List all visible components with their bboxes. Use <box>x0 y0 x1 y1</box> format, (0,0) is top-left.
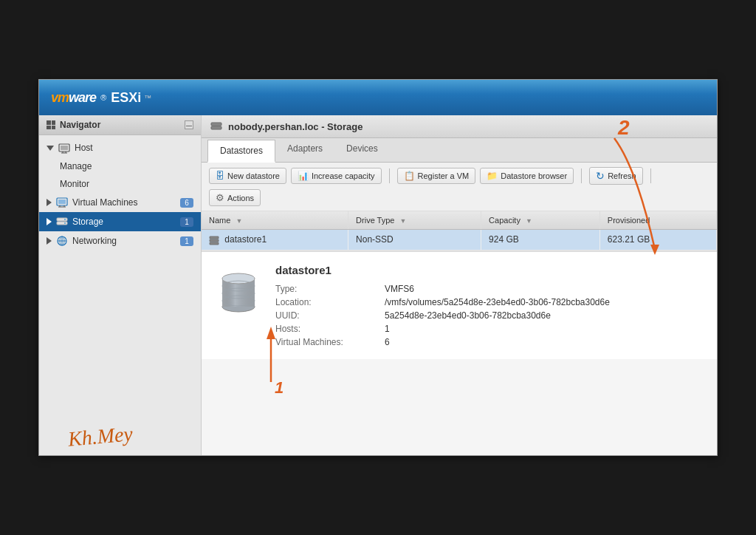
location-value: /vmfs/volumes/5a254d8e-23eb4ed0-3b06-782… <box>385 297 702 307</box>
navigator-title: Navigator <box>47 120 100 130</box>
detail-datastore-name: datastore1 <box>275 264 702 276</box>
navigator-header: Navigator — <box>39 115 201 135</box>
tab-devices[interactable]: Devices <box>334 138 390 163</box>
tm-symbol: ™ <box>144 94 151 102</box>
actions-gear-icon: ⚙ <box>216 192 224 203</box>
collapse-icon <box>47 199 52 206</box>
svg-rect-22 <box>210 242 219 245</box>
hosts-label: Hosts: <box>275 324 379 334</box>
sidebar-item-monitor[interactable]: Monitor <box>39 175 201 193</box>
host-icon <box>58 142 70 154</box>
svg-point-13 <box>64 222 66 224</box>
sidebar-item-host[interactable]: Host <box>39 138 201 157</box>
vm-label: Virtual Machines <box>72 197 138 208</box>
datastore-table: Name ▼ Drive Type ▼ Capacity ▼ <box>202 211 717 251</box>
content-title-bar: nobody.pershan.loc - Storage <box>202 115 717 138</box>
uuid-label: UUID: <box>275 310 379 321</box>
cell-provisioned: 623.21 GB <box>599 230 716 251</box>
svg-rect-18 <box>211 123 221 126</box>
expand-icon <box>47 146 54 151</box>
location-label: Location: <box>275 297 379 307</box>
content-storage-icon <box>210 120 222 132</box>
brand-text: vmware <box>51 90 96 106</box>
vms-label: Virtual Machines: <box>275 337 379 347</box>
cell-drive-type: Non-SSD <box>348 230 481 251</box>
new-datastore-icon: 🗄 <box>216 171 224 181</box>
storage-collapse-icon <box>47 218 52 225</box>
svg-rect-21 <box>210 239 219 242</box>
toolbar-sep-2 <box>581 168 582 183</box>
refresh-icon: ↻ <box>596 170 605 182</box>
col-header-provisioned[interactable]: Provisioned <box>599 211 716 230</box>
datastore-browser-button[interactable]: 📁 Datastore browser <box>480 168 574 184</box>
content-area: nobody.pershan.loc - Storage Datastores … <box>202 115 717 455</box>
tab-adapters[interactable]: Adapters <box>275 138 334 163</box>
refresh-button[interactable]: ↻ Refresh <box>589 167 643 185</box>
networking-badge: 1 <box>180 236 193 246</box>
toolbar-sep-3 <box>650 168 651 183</box>
toolbar-sep-1 <box>389 168 390 183</box>
col-header-drive-type[interactable]: Drive Type ▼ <box>348 211 481 230</box>
vm-icon <box>56 197 68 208</box>
datastore-browser-icon: 📁 <box>487 171 498 181</box>
detail-info: datastore1 Type: VMFS6 Location: /vmfs/v… <box>275 264 702 347</box>
esxi-label: ESXi <box>111 90 141 106</box>
navigator-grid-icon <box>47 120 55 129</box>
uuid-value: 5a254d8e-23eb4ed0-3b06-782bcba30d6e <box>385 310 702 321</box>
svg-point-12 <box>64 219 66 220</box>
svg-rect-20 <box>210 236 219 239</box>
svg-rect-1 <box>61 146 68 150</box>
datastore-cylinder-icon <box>216 264 261 316</box>
svg-rect-19 <box>211 126 221 129</box>
sidebar-item-storage[interactable]: Storage 1 <box>39 212 201 231</box>
register-vm-button[interactable]: 📋 Register a VM <box>397 168 476 184</box>
table-row[interactable]: datastore1 Non-SSD 924 GB 623.21 GB <box>202 230 717 251</box>
host-label: Host <box>75 143 93 153</box>
sidebar-item-manage[interactable]: Manage <box>39 157 201 175</box>
storage-badge: 1 <box>180 217 193 227</box>
app-header: vmware ® ESXi ™ <box>39 80 717 115</box>
type-label: Type: <box>275 284 379 294</box>
svg-rect-6 <box>58 200 66 204</box>
tab-datastores[interactable]: Datastores <box>207 140 275 163</box>
register-vm-icon: 📋 <box>404 171 415 181</box>
storage-icon <box>56 216 68 228</box>
vms-value: 6 <box>385 337 702 347</box>
sort-arrow-capacity: ▼ <box>526 217 532 225</box>
sort-arrow-drive: ▼ <box>400 217 407 225</box>
new-datastore-button[interactable]: 🗄 New datastore <box>209 168 286 184</box>
col-header-capacity[interactable]: Capacity ▼ <box>481 211 600 230</box>
sidebar-item-networking[interactable]: Networking 1 <box>39 231 201 251</box>
toolbar: 🗄 New datastore 📊 Increase capacity 📋 Re… <box>202 163 717 211</box>
cell-name: datastore1 <box>202 230 348 251</box>
sidebar-item-virtual-machines[interactable]: Virtual Machines 6 <box>39 193 201 212</box>
tabs-bar: Datastores Adapters Devices <box>202 138 717 163</box>
sidebar: Navigator — <box>39 115 202 455</box>
storage-label: Storage <box>72 217 103 227</box>
sidebar-section-host: Host Manage Monitor <box>39 135 201 253</box>
navigator-minimize-button[interactable]: — <box>185 120 193 129</box>
vmware-logo: vmware ® ESXi ™ <box>51 90 151 106</box>
networking-label: Networking <box>72 236 117 246</box>
vm-badge: 6 <box>180 198 193 208</box>
network-icon <box>56 235 68 247</box>
manage-label: Manage <box>60 161 92 171</box>
actions-button[interactable]: ⚙ Actions <box>209 189 261 206</box>
detail-grid: Type: VMFS6 Location: /vmfs/volumes/5a25… <box>275 284 702 347</box>
monitor-label: Monitor <box>60 179 89 189</box>
col-header-name[interactable]: Name ▼ <box>202 211 348 230</box>
type-value: VMFS6 <box>385 284 702 294</box>
hosts-value: 1 <box>385 324 702 334</box>
cell-capacity: 924 GB <box>481 230 600 251</box>
content-title: nobody.pershan.loc - Storage <box>228 121 363 132</box>
increase-capacity-icon: 📊 <box>298 171 309 181</box>
registered-icon: ® <box>100 93 106 102</box>
detail-panel: datastore1 Type: VMFS6 Location: /vmfs/v… <box>202 251 717 359</box>
datastore-table-container: Name ▼ Drive Type ▼ Capacity ▼ <box>202 211 717 251</box>
row-datastore-icon <box>209 235 219 245</box>
increase-capacity-button[interactable]: 📊 Increase capacity <box>291 168 382 184</box>
navigator-label: Navigator <box>60 120 100 130</box>
sort-arrow-name: ▼ <box>236 217 242 225</box>
network-collapse-icon <box>47 237 52 245</box>
